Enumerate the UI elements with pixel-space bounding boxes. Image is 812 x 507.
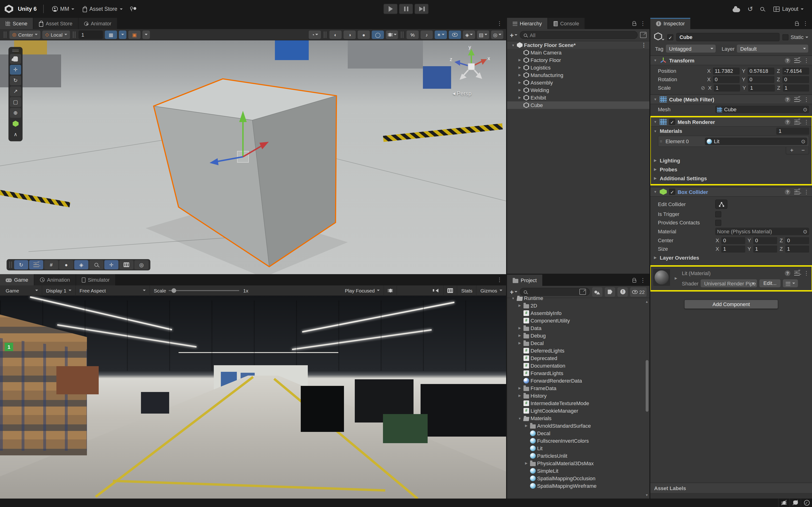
mesh-renderer-enabled-checkbox[interactable] <box>669 119 675 125</box>
row-menu-icon[interactable] <box>641 42 647 48</box>
expand-caret[interactable]: ▶ <box>517 58 522 62</box>
gameobject-icon[interactable] <box>653 32 664 42</box>
axis-y-label[interactable]: y <box>468 44 471 50</box>
draw-mode-dropdown[interactable]: ◔ <box>309 30 321 39</box>
project-row[interactable]: Decal <box>507 430 649 437</box>
snap-toggle[interactable]: ▣ <box>128 30 141 39</box>
expand-caret[interactable]: ▶ <box>653 176 657 180</box>
hierarchy-row[interactable]: ▶ Logistics <box>507 64 649 71</box>
aspect-dropdown[interactable]: Free Aspect <box>75 285 150 295</box>
project-row[interactable]: SpatialMappingWireframe <box>507 482 649 490</box>
hierarchy-row[interactable]: ▶ Welding <box>507 87 649 94</box>
view-options-button[interactable] <box>29 260 43 270</box>
toolbar-grip[interactable] <box>73 31 75 38</box>
material-element-row[interactable]: = Element 0 Lit ⊙ <box>660 137 807 146</box>
toolbar-grip[interactable] <box>324 31 326 38</box>
material-object-field[interactable]: Lit ⊙ <box>705 137 807 145</box>
foldout-icon[interactable]: ▼ <box>653 59 657 62</box>
debugger-status-icon[interactable] <box>778 499 790 507</box>
scene-viewport[interactable]: ✛ ↻ ↗ ▢ ⊕ ∧ ↻ # ● ◈ ✛ <box>0 40 506 274</box>
overlay-drag-handle[interactable] <box>12 50 19 52</box>
scale-slider-knob[interactable] <box>172 288 176 293</box>
open-search-window-icon[interactable] <box>640 32 647 38</box>
orientation-dropdown[interactable]: ◇Local <box>43 30 70 39</box>
drag-handle-icon[interactable]: = <box>660 139 663 144</box>
foldout-icon[interactable]: ▼ <box>653 129 657 133</box>
search-view-button[interactable] <box>89 260 103 270</box>
add-material-button[interactable]: + <box>786 147 798 154</box>
grid-visibility-toggle[interactable]: ▦ <box>105 30 117 39</box>
hierarchy-row[interactable]: ▶ Manufacturing <box>507 71 649 79</box>
component-menu-icon[interactable] <box>804 97 809 102</box>
expand-caret[interactable]: ▶ <box>517 304 522 307</box>
foldout-icon[interactable]: ▼ <box>653 190 657 193</box>
project-row[interactable]: ForwardLights <box>507 370 649 377</box>
foldout-icon[interactable]: ▼ <box>653 120 657 123</box>
expand-caret[interactable]: ▶ <box>517 73 522 77</box>
gizmos-dropdown[interactable]: Gizmos <box>477 285 506 295</box>
rotation-x-field[interactable]: 0 <box>713 76 740 83</box>
project-row[interactable]: SpatialMappingOcclusion <box>507 474 649 482</box>
static-checkbox[interactable] <box>782 34 789 40</box>
tab[interactable]: Animator <box>79 18 117 29</box>
shader-menu-button[interactable] <box>782 279 798 287</box>
preset-icon[interactable] <box>794 271 800 276</box>
asset-store-menu[interactable]: Asset Store <box>81 5 124 13</box>
scale-tool[interactable]: ↗ <box>10 87 21 96</box>
move-snap-button[interactable]: ✛ <box>104 260 118 270</box>
project-row[interactable]: AssemblyInfo <box>507 309 649 317</box>
project-row[interactable]: ForwardRendererData <box>507 377 649 385</box>
camera-settings-dropdown[interactable]: ▤ <box>477 30 489 39</box>
size-y-field[interactable]: 1 <box>753 245 777 252</box>
help-icon[interactable] <box>785 119 791 125</box>
edit-collider-button[interactable] <box>715 200 727 209</box>
foldout-icon[interactable]: ▶ <box>674 277 678 280</box>
game-viewport[interactable]: 1 <box>0 296 506 499</box>
project-row[interactable]: ▶ Data <box>507 324 649 332</box>
panel-menu-icon[interactable] <box>803 21 808 26</box>
is-trigger-checkbox[interactable] <box>715 211 721 217</box>
expand-caret[interactable]: ▶ <box>517 81 522 84</box>
move-tool[interactable]: ✛ <box>10 65 21 75</box>
hierarchy-search-input[interactable]: All <box>520 31 638 39</box>
tab[interactable]: Asset Store <box>33 18 79 29</box>
component-menu-icon[interactable] <box>804 119 809 125</box>
tab[interactable]: Project <box>507 275 543 286</box>
project-row[interactable]: SimpleLit <box>507 467 649 474</box>
shader-dropdown[interactable]: Universal Render Pipe <box>701 279 757 287</box>
preset-icon[interactable] <box>794 58 800 63</box>
help-icon[interactable] <box>785 97 791 102</box>
expand-caret[interactable]: ▶ <box>517 394 522 398</box>
render-target-dropdown[interactable]: Game <box>2 285 42 295</box>
expand-caret[interactable]: ▶ <box>524 424 529 428</box>
stats-button[interactable]: Stats <box>457 285 477 295</box>
materials-count-field[interactable]: 1 <box>776 127 809 134</box>
tab[interactable]: Game <box>0 274 34 285</box>
project-row[interactable]: ▶ 2D <box>507 302 649 309</box>
expand-caret[interactable]: ▶ <box>517 96 522 100</box>
open-search-icon[interactable] <box>579 289 586 295</box>
tab[interactable]: Hierarchy <box>507 18 548 29</box>
layout-menu[interactable]: Layout <box>772 5 805 13</box>
display-dropdown[interactable]: Display 1 <box>42 285 75 295</box>
project-row[interactable]: ▶ ArnoldStandardSurface <box>507 422 649 430</box>
project-scrollbar[interactable]: ▲▼ <box>645 299 649 498</box>
materials-foldout-row[interactable]: ▼ Materials 1 <box>650 127 812 135</box>
component-menu-icon[interactable] <box>804 270 809 276</box>
scene-visibility-toggle[interactable] <box>449 30 461 39</box>
project-row[interactable]: FullscreenInvertColors <box>507 437 649 445</box>
expand-caret[interactable]: ▶ <box>653 158 657 162</box>
project-row[interactable]: DeferredLights <box>507 347 649 354</box>
layers-dropdown[interactable]: ◈ <box>463 30 475 39</box>
expand-caret[interactable]: ▶ <box>653 167 657 171</box>
physics-material-field[interactable]: None (Physics Material) ⊙ <box>715 228 809 235</box>
component-menu-icon[interactable] <box>804 189 809 194</box>
panel-menu-icon[interactable] <box>640 21 646 26</box>
preset-icon[interactable] <box>794 97 800 102</box>
hierarchy-row[interactable]: ▶ Assembly <box>507 79 649 87</box>
shaded-wireframe-button[interactable]: ◐ <box>329 30 342 39</box>
project-row[interactable]: Deprecated <box>507 354 649 362</box>
create-asset-button[interactable] <box>510 289 517 294</box>
project-row[interactable]: Lit <box>507 445 649 452</box>
version-control-icon[interactable] <box>129 6 136 12</box>
